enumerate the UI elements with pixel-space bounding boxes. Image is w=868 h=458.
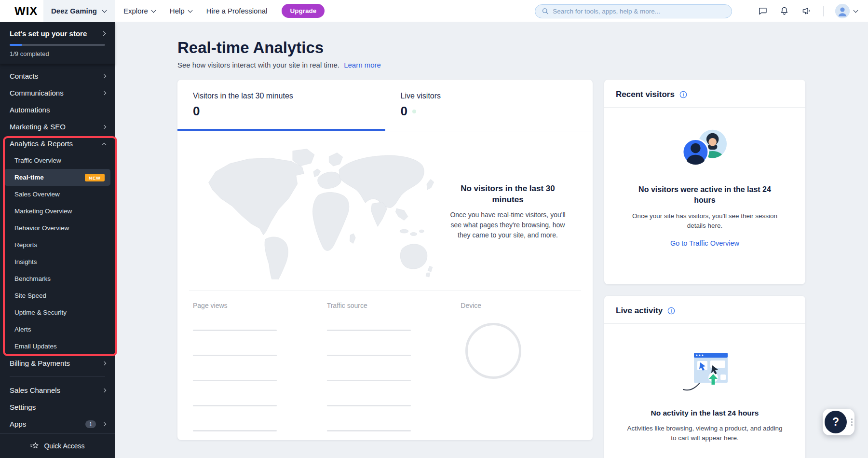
chevron-up-icon xyxy=(102,142,106,146)
sidebar-subitem-site-speed[interactable]: Site Speed xyxy=(0,287,115,304)
skeleton-line xyxy=(327,330,411,331)
search-input[interactable] xyxy=(553,8,725,15)
chevron-right-icon xyxy=(102,388,106,392)
live-status-dot xyxy=(412,110,416,113)
sidebar-item-sales-channels[interactable]: Sales Channels xyxy=(0,382,115,399)
go-to-traffic-overview-link[interactable]: Go to Traffic Overview xyxy=(670,239,739,247)
skeleton-line xyxy=(327,405,411,406)
skeleton-line xyxy=(193,380,277,381)
divider xyxy=(10,376,105,377)
sidebar: Let's set up your store 1/9 completed Co… xyxy=(0,22,115,458)
sidebar-subitem-email-updates[interactable]: Email Updates xyxy=(0,338,115,355)
sidebar-item-contacts[interactable]: Contacts xyxy=(0,68,115,84)
empty-state-title: No visitors in the last 30 minutes xyxy=(452,183,564,206)
site-name: Deez Gaming xyxy=(51,7,97,15)
apps-count-badge: 1 xyxy=(85,420,96,428)
search-icon xyxy=(542,8,549,15)
traffic-source-column: Traffic source xyxy=(327,302,444,431)
site-selector[interactable]: Deez Gaming xyxy=(43,0,115,22)
world-map xyxy=(192,142,435,279)
hire-professional-link[interactable]: Hire a Professional xyxy=(206,7,268,15)
sidebar-subitem-traffic-overview[interactable]: Traffic Overview xyxy=(0,152,115,169)
setup-progress-bar xyxy=(10,44,105,46)
recent-visitors-empty-title: No visitors were active in the last 24 h… xyxy=(630,184,780,206)
help-button[interactable]: ? xyxy=(825,411,847,433)
quick-access-star-icon xyxy=(30,442,40,450)
page-views-column: Page views xyxy=(193,302,310,431)
chevron-right-icon xyxy=(102,74,106,78)
sidebar-item-automations[interactable]: Automations xyxy=(0,101,115,118)
recent-visitors-empty-body: Once your site has visitors, you'll see … xyxy=(625,211,785,231)
setup-section: Let's set up your store 1/9 completed xyxy=(0,22,115,64)
sidebar-subitem-alerts[interactable]: Alerts xyxy=(0,321,115,338)
tab-visitors-last-30-minutes[interactable]: Visitors in the last 30 minutes 0 xyxy=(177,80,385,131)
sidebar-subitem-benchmarks[interactable]: Benchmarks xyxy=(0,270,115,287)
live-activity-card: Live activity No activity in t xyxy=(604,296,805,458)
sidebar-subitem-insights[interactable]: Insights xyxy=(0,253,115,270)
upgrade-button[interactable]: Upgrade xyxy=(282,4,325,18)
realtime-tabs: Visitors in the last 30 minutes 0 Live v… xyxy=(177,80,593,131)
sidebar-subitem-uptime-security[interactable]: Uptime & Security xyxy=(0,304,115,321)
chevron-down-icon xyxy=(188,8,192,13)
tab-live-visitors[interactable]: Live visitors 0 xyxy=(385,80,593,131)
topbar: WIX Deez Gaming Explore Help Hire a Prof… xyxy=(0,0,868,22)
chat-icon[interactable] xyxy=(758,6,768,16)
main-content: Real-time Analytics See how visitors int… xyxy=(115,22,868,458)
notifications-bell-icon[interactable] xyxy=(779,6,789,16)
realtime-card: Visitors in the last 30 minutes 0 Live v… xyxy=(177,80,593,440)
avatar xyxy=(835,4,850,18)
device-donut-placeholder xyxy=(465,323,521,379)
divider xyxy=(823,6,824,16)
sidebar-item-communications[interactable]: Communications xyxy=(0,84,115,101)
help-menu[interactable]: Help xyxy=(170,7,192,15)
chevron-right-icon xyxy=(102,125,106,128)
live-activity-empty-title: No activity in the last 24 hours xyxy=(630,408,780,418)
quick-access-button[interactable]: Quick Access xyxy=(0,433,115,458)
wix-logo[interactable]: WIX xyxy=(14,4,38,18)
page-subtitle: See how visitors interact with your site… xyxy=(177,61,381,69)
explore-menu[interactable]: Explore xyxy=(123,7,155,15)
sidebar-subitem-marketing-overview[interactable]: Marketing Overview xyxy=(0,203,115,220)
chevron-right-icon xyxy=(102,422,106,426)
chevron-right-icon xyxy=(102,361,106,365)
sidebar-item-marketing-seo[interactable]: Marketing & SEO xyxy=(0,118,115,135)
skeleton-line xyxy=(327,355,411,356)
info-icon[interactable] xyxy=(667,307,675,315)
sidebar-item-apps[interactable]: Apps 1 xyxy=(0,416,115,432)
sidebar-item-analytics-reports[interactable]: Analytics & Reports xyxy=(0,135,115,152)
live-visitors-value: 0 xyxy=(401,104,407,119)
empty-state-body: Once you have real-time visitors, you'll… xyxy=(448,210,567,240)
skeleton-line xyxy=(327,430,411,431)
megaphone-icon[interactable] xyxy=(801,6,812,16)
chevron-right-icon xyxy=(101,31,106,36)
learn-more-link[interactable]: Learn more xyxy=(344,61,381,69)
recent-visitors-title: Recent visitors xyxy=(616,90,675,99)
setup-store-item[interactable]: Let's set up your store xyxy=(10,29,105,38)
live-activity-title: Live activity xyxy=(616,306,663,316)
realtime-empty-state: No visitors in the last 30 minutes Once … xyxy=(435,183,580,241)
account-menu[interactable] xyxy=(835,4,857,18)
kebab-menu-icon[interactable] xyxy=(849,416,854,428)
skeleton-line xyxy=(193,355,277,356)
info-icon[interactable] xyxy=(679,91,687,98)
sidebar-item-billing-payments[interactable]: Billing & Payments xyxy=(0,355,115,372)
skeleton-line xyxy=(193,430,277,431)
setup-progress-label: 1/9 completed xyxy=(10,50,105,57)
sidebar-subitem-reports[interactable]: Reports xyxy=(0,236,115,253)
global-search[interactable] xyxy=(535,4,732,18)
page-title: Real-time Analytics xyxy=(177,39,324,57)
setup-progress-fill xyxy=(10,44,22,46)
sidebar-subitem-real-time[interactable]: Real-time NEW xyxy=(4,169,110,186)
live-activity-empty-body: Activities like browsing, viewing a prod… xyxy=(625,424,785,444)
sidebar-subitem-sales-overview[interactable]: Sales Overview xyxy=(0,186,115,203)
chevron-right-icon xyxy=(102,91,106,95)
sidebar-subitem-behavior-overview[interactable]: Behavior Overview xyxy=(0,220,115,236)
skeleton-line xyxy=(327,380,411,381)
chevron-down-icon xyxy=(854,8,858,13)
sidebar-item-settings[interactable]: Settings xyxy=(0,399,115,416)
new-badge: NEW xyxy=(85,174,105,181)
activity-illustration xyxy=(678,350,732,394)
help-widget[interactable]: ? xyxy=(823,409,854,435)
chevron-down-icon xyxy=(102,8,107,13)
visitors-30min-value: 0 xyxy=(193,104,385,119)
